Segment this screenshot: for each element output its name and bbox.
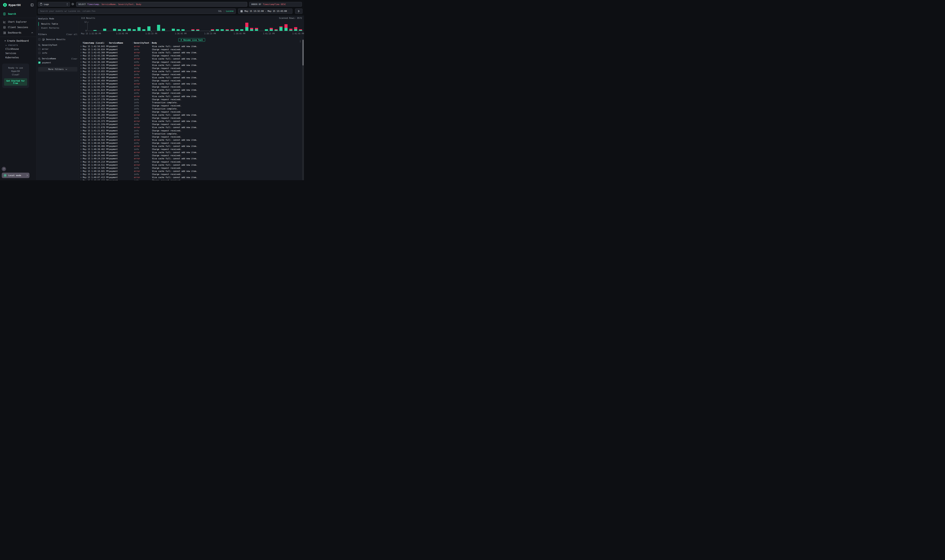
row-expand-chevron-icon[interactable]: ❯: [80, 98, 83, 100]
row-expand-chevron-icon[interactable]: ❯: [80, 117, 83, 119]
log-row[interactable]: ❯May 15 1:42:04.376 PMpaymentinfoCharge …: [80, 85, 304, 88]
log-row[interactable]: ❯May 15 1:40:24.214 PMpaymentinfoCharge …: [80, 160, 304, 163]
log-row[interactable]: ❯May 15 1:40:26.445 PMpaymenterrorVisa c…: [80, 151, 304, 154]
row-expand-chevron-icon[interactable]: ❯: [80, 123, 83, 125]
row-expand-chevron-icon[interactable]: ❯: [80, 80, 83, 82]
log-row[interactable]: ❯May 15 1:41:30.275 PMpaymentinfoCharge …: [80, 117, 304, 120]
row-expand-chevron-icon[interactable]: ❯: [80, 133, 83, 135]
log-row[interactable]: ❯May 15 1:40:26.444 PMpaymentinfoCharge …: [80, 154, 304, 157]
filter-option-error[interactable]: error: [38, 47, 77, 51]
table-scrollbar[interactable]: [302, 39, 304, 180]
preset-item-services[interactable]: Services: [0, 51, 36, 55]
log-row[interactable]: ❯May 15 1:40:14.511 PMpaymenterrorVisa c…: [80, 163, 304, 166]
log-row[interactable]: ❯May 15 1:40:07.413 PMpaymenterrorVisa c…: [80, 176, 304, 179]
presets-toggle[interactable]: PRESETS: [0, 43, 36, 47]
row-expand-chevron-icon[interactable]: ❯: [80, 83, 83, 85]
sidebar-item-dashboards[interactable]: Dashboards: [0, 30, 36, 35]
time-range-picker[interactable]: May 15 13:32:00 - May 15 13:43:00: [238, 9, 292, 14]
log-row[interactable]: ❯May 15 1:40:07.410 PMpaymentinfoCharge …: [80, 179, 304, 180]
sidebar-item-client-sessions[interactable]: Client Sessions: [0, 25, 36, 30]
row-expand-chevron-icon[interactable]: ❯: [80, 102, 83, 103]
row-expand-chevron-icon[interactable]: ❯: [80, 157, 83, 160]
row-expand-chevron-icon[interactable]: ❯: [80, 130, 83, 132]
row-expand-chevron-icon[interactable]: ❯: [80, 61, 83, 63]
log-row[interactable]: ❯May 15 1:42:36.184 PMpaymentinfoCharge …: [80, 60, 304, 63]
column-header-servicename[interactable]: ServiceName: [109, 42, 123, 44]
source-settings-button[interactable]: [71, 3, 74, 6]
log-row[interactable]: ❯May 15 1:41:47.823 PMpaymentinfoTransac…: [80, 107, 304, 110]
column-header-timestamp[interactable]: Timestamp (Local): [83, 42, 105, 44]
log-row[interactable]: ❯May 15 1:42:43.360 PMpaymenterrorVisa c…: [80, 51, 304, 54]
row-expand-chevron-icon[interactable]: ❯: [80, 89, 83, 91]
filter-option-info[interactable]: info: [38, 51, 77, 55]
clear-group-link[interactable]: Clear: [71, 58, 77, 60]
preset-item-kubernetes[interactable]: Kubernetes: [0, 55, 36, 60]
mode-tab-event-patterns[interactable]: Event Patterns: [39, 26, 77, 30]
run-query-button[interactable]: [295, 9, 302, 14]
log-row[interactable]: ❯May 15 1:40:10.601 PMpaymenterrorVisa c…: [80, 169, 304, 173]
log-row[interactable]: ❯May 15 1:42:13.055 PMpaymenterrorVisa c…: [80, 70, 304, 73]
log-row[interactable]: ❯May 15 1:41:25.370 PMpaymentinfoCharge …: [80, 123, 304, 126]
row-expand-chevron-icon[interactable]: ❯: [80, 179, 83, 180]
row-expand-chevron-icon[interactable]: ❯: [80, 105, 83, 106]
row-expand-chevron-icon[interactable]: ❯: [80, 151, 83, 153]
resume-live-tail-button[interactable]: Resume Live Tail: [178, 38, 205, 42]
row-expand-chevron-icon[interactable]: ❯: [80, 52, 83, 54]
log-row[interactable]: ❯May 15 1:40:10.597 PMpaymentinfoCharge …: [80, 173, 304, 176]
row-expand-chevron-icon[interactable]: ❯: [80, 111, 83, 113]
denoise-checkbox[interactable]: [38, 38, 40, 40]
row-expand-chevron-icon[interactable]: ❯: [80, 173, 83, 175]
get-started-button[interactable]: Get Started for Free: [4, 78, 27, 86]
column-header-body[interactable]: Body: [152, 42, 157, 44]
log-row[interactable]: ❯May 15 1:40:24.219 PMpaymenterrorVisa c…: [80, 157, 304, 160]
row-expand-chevron-icon[interactable]: ❯: [80, 67, 83, 69]
more-filters-button[interactable]: More filters: [38, 67, 77, 71]
log-row[interactable]: ❯May 15 1:41:21.678 PMpaymenterrorVisa c…: [80, 126, 304, 129]
checkbox-info[interactable]: [38, 52, 40, 54]
sidebar-collapse-icon[interactable]: [31, 3, 34, 6]
row-expand-chevron-icon[interactable]: ❯: [80, 92, 83, 94]
mode-tab-results-table[interactable]: Results Table: [39, 22, 77, 26]
row-expand-chevron-icon[interactable]: ❯: [80, 161, 83, 163]
log-row[interactable]: ❯May 15 1:40:44.546 PMpaymentinfoCharge …: [80, 142, 304, 145]
row-expand-chevron-icon[interactable]: ❯: [80, 167, 83, 169]
log-row[interactable]: ❯May 15 1:42:43.336 PMpaymentinfoCharge …: [80, 54, 304, 57]
checkbox-error[interactable]: [38, 48, 40, 50]
log-row[interactable]: ❯May 15 1:42:36.188 PMpaymenterrorVisa c…: [80, 57, 304, 60]
log-row[interactable]: ❯May 15 1:40:44.563 PMpaymenterrorVisa c…: [80, 138, 304, 142]
sidebar-item-search[interactable]: Search: [0, 11, 36, 17]
row-expand-chevron-icon[interactable]: ❯: [80, 64, 83, 66]
log-row[interactable]: ❯May 15 1:41:30.283 PMpaymenterrorVisa c…: [80, 113, 304, 117]
row-expand-chevron-icon[interactable]: ❯: [80, 77, 83, 78]
create-dashboard-button[interactable]: + Create Dashboard: [0, 38, 36, 43]
filter-option-payment[interactable]: payment: [38, 61, 77, 65]
row-expand-chevron-icon[interactable]: ❯: [80, 114, 83, 116]
log-row[interactable]: ❯May 15 1:42:26.920 PMpaymentinfoCharge …: [80, 67, 304, 70]
clear-all-link[interactable]: Clear all: [66, 33, 77, 35]
scrollbar-thumb[interactable]: [302, 40, 304, 66]
row-expand-chevron-icon[interactable]: ❯: [80, 148, 83, 150]
log-row[interactable]: ❯May 15 1:41:25.373 PMpaymenterrorVisa c…: [80, 120, 304, 123]
log-row[interactable]: ❯May 15 1:41:57.183 PMpaymenterrorVisa c…: [80, 95, 304, 98]
user-menu[interactable]: U Local mode: [2, 173, 29, 178]
row-expand-chevron-icon[interactable]: ❯: [80, 120, 83, 122]
sql-select-input[interactable]: SELECT Timestamp, ServiceName, SeverityT…: [76, 2, 247, 6]
row-expand-chevron-icon[interactable]: ❯: [80, 136, 83, 138]
log-row[interactable]: ❯May 15 1:42:04.392 PMpaymenterrorVisa c…: [80, 82, 304, 85]
language-sql[interactable]: SQL: [218, 10, 222, 12]
source-select[interactable]: Logs: [38, 2, 70, 6]
row-expand-chevron-icon[interactable]: ❯: [80, 74, 83, 75]
order-by-input[interactable]: ORDER BY TimestampTime DESC: [249, 2, 302, 6]
row-expand-chevron-icon[interactable]: ❯: [80, 142, 83, 144]
row-expand-chevron-icon[interactable]: ❯: [80, 95, 83, 97]
row-expand-chevron-icon[interactable]: ❯: [80, 48, 83, 51]
log-row[interactable]: ❯May 15 1:41:14.361 PMpaymentinfoCharge …: [80, 135, 304, 138]
search-input[interactable]: [38, 9, 236, 14]
log-row[interactable]: ❯May 15 1:41:53.274 PMpaymentinfoTransac…: [80, 101, 304, 104]
log-row[interactable]: ❯May 15 1:42:05.450 PMpaymentinfoCharge …: [80, 79, 304, 82]
row-expand-chevron-icon[interactable]: ❯: [80, 145, 83, 147]
help-button[interactable]: ?: [2, 167, 6, 171]
row-expand-chevron-icon[interactable]: ❯: [80, 45, 83, 47]
row-expand-chevron-icon[interactable]: ❯: [80, 170, 83, 172]
column-header-severitytext[interactable]: SeverityText: [134, 42, 149, 44]
